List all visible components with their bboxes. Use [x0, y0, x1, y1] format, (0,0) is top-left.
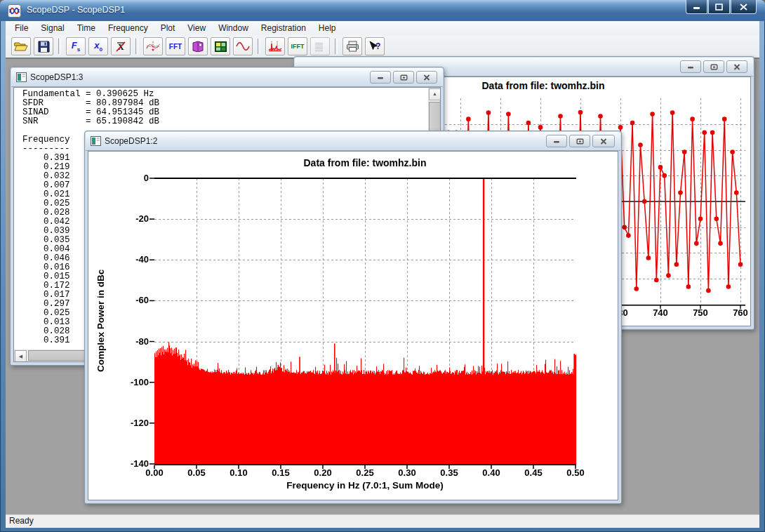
child-restore-button[interactable]: [569, 135, 590, 147]
child-window-icon: [91, 136, 101, 146]
y-tick-label: 0: [115, 173, 149, 183]
menu-item-plot[interactable]: Plot: [154, 22, 182, 34]
fft-text-icon: FFT: [169, 43, 182, 51]
x-tick-label: 0.15: [265, 467, 296, 478]
child-close-icon: [600, 138, 607, 145]
child-restore-icon: [576, 138, 584, 145]
results-window-title: ScopeDSP1:3: [30, 72, 83, 82]
spectrum-plot-canvas: [88, 152, 618, 500]
x-tick-label: 760: [728, 307, 751, 318]
clear-stats-button[interactable]: X: [111, 37, 131, 55]
child-close-button[interactable]: [416, 71, 437, 84]
toolbar-separator: [258, 39, 260, 54]
fs-icon: Fs: [72, 40, 80, 53]
menu-item-registration[interactable]: Registration: [255, 22, 312, 34]
y-tick-label: -100: [115, 377, 149, 387]
spectrum-x-axis-label: Frequency in Hz (7.0:1, Sum Mode): [154, 480, 576, 491]
spectrum-window[interactable]: ScopeDSP1:2 Data from file: twomhz.bin C…: [84, 131, 622, 504]
status-bar: Ready: [6, 514, 759, 528]
child-window-icon: [16, 72, 27, 82]
printer-icon: [346, 41, 359, 52]
x-tick-label: 0.40: [476, 467, 507, 478]
child-close-button[interactable]: [726, 60, 747, 73]
maximize-button[interactable]: [708, 0, 730, 14]
tile-windows-button[interactable]: [211, 37, 230, 55]
minimize-button[interactable]: [686, 0, 707, 14]
ifft-text-icon: IFFT: [291, 43, 305, 50]
spectrum-window-content: Data from file: twomhz.bin Complex Power…: [88, 151, 618, 500]
svg-text:?: ?: [375, 41, 380, 51]
menu-item-window[interactable]: Window: [212, 22, 255, 34]
child-restore-icon: [710, 64, 718, 70]
plot-time-button[interactable]: [143, 37, 163, 55]
sine-wave-icon: [236, 42, 250, 51]
toolbar-separator: [58, 39, 61, 54]
y-tick-label: -40: [115, 254, 149, 265]
child-minimize-icon: [553, 138, 560, 144]
child-minimize-button[interactable]: [370, 71, 391, 84]
save-file-button[interactable]: [34, 37, 53, 55]
toolbar-separator: [135, 39, 138, 54]
menu-item-signal[interactable]: Signal: [34, 22, 70, 34]
y-tick-label: -60: [115, 295, 149, 305]
scroll-left-arrow[interactable]: ◀: [15, 350, 27, 362]
status-text: Ready: [9, 516, 34, 526]
x-tick-label: 0.05: [181, 467, 212, 478]
x-tick-label: 0.35: [434, 467, 465, 478]
child-restore-button[interactable]: [393, 71, 414, 84]
child-close-icon: [733, 64, 740, 70]
y-tick-label: -120: [115, 418, 149, 428]
x0-icon: x0: [94, 40, 102, 53]
save-floppy-icon: [38, 41, 50, 53]
xbar-slash-icon: X: [115, 41, 126, 52]
x-tick-label: 740: [648, 307, 673, 318]
sample-rate-button[interactable]: Fs: [66, 37, 86, 55]
ifft-button[interactable]: IFFT: [288, 37, 307, 55]
child-minimize-button[interactable]: [546, 135, 567, 147]
menu-item-view[interactable]: View: [181, 22, 212, 34]
plot-spectrum-button[interactable]: [265, 37, 285, 55]
menu-item-frequency[interactable]: Frequency: [102, 22, 154, 34]
close-button[interactable]: [731, 0, 757, 14]
maximize-icon: [715, 4, 723, 11]
print-button[interactable]: [342, 37, 362, 55]
y-tick-label: -20: [115, 213, 149, 224]
minimize-icon: [693, 4, 700, 10]
notebook-button[interactable]: [188, 37, 208, 55]
open-file-button[interactable]: [11, 37, 31, 55]
menu-item-file[interactable]: File: [8, 22, 34, 34]
list-data-button[interactable]: [310, 37, 330, 55]
x-tick-label: 0.25: [350, 467, 380, 478]
help-arrow-icon: ?: [368, 41, 381, 52]
context-help-button[interactable]: ?: [365, 37, 385, 55]
child-restore-icon: [400, 74, 408, 81]
child-restore-button[interactable]: [703, 60, 724, 73]
child-minimize-icon: [377, 74, 384, 80]
child-minimize-button[interactable]: [680, 60, 701, 73]
open-folder-icon: [14, 41, 28, 52]
close-icon: [740, 4, 747, 11]
fft-button[interactable]: FFT: [166, 37, 185, 55]
scroll-up-arrow[interactable]: ▲: [429, 88, 441, 100]
list-icon: [314, 41, 326, 52]
app-logo-icon: [8, 4, 21, 18]
x-tick-label: 0.50: [560, 467, 591, 478]
child-close-icon: [423, 74, 430, 81]
child-minimize-icon: [687, 64, 694, 69]
x-tick-label: 0.10: [223, 467, 254, 478]
origin-button[interactable]: x0: [88, 37, 108, 55]
menu-item-time[interactable]: Time: [71, 22, 102, 34]
generate-signal-button[interactable]: [233, 37, 253, 55]
spectrum-window-titlebar[interactable]: ScopeDSP1:2: [86, 132, 620, 151]
vertical-scroll-thumb[interactable]: [429, 102, 441, 133]
time-plot-icon: [146, 41, 160, 52]
x-tick-label: 750: [688, 307, 713, 318]
x-tick-label: 0.45: [518, 467, 549, 478]
menu-item-help[interactable]: Help: [312, 22, 342, 34]
scopedsp-application: ScopeDSP - ScopeDSP1 FileSignalTimeFrequ…: [0, 0, 765, 532]
main-titlebar[interactable]: ScopeDSP - ScopeDSP1: [0, 0, 765, 21]
child-close-button[interactable]: [592, 135, 615, 147]
x-tick-label: 0.20: [307, 467, 338, 478]
y-tick-label: -80: [115, 336, 149, 347]
spectrum-window-title: ScopeDSP1:2: [105, 136, 157, 146]
